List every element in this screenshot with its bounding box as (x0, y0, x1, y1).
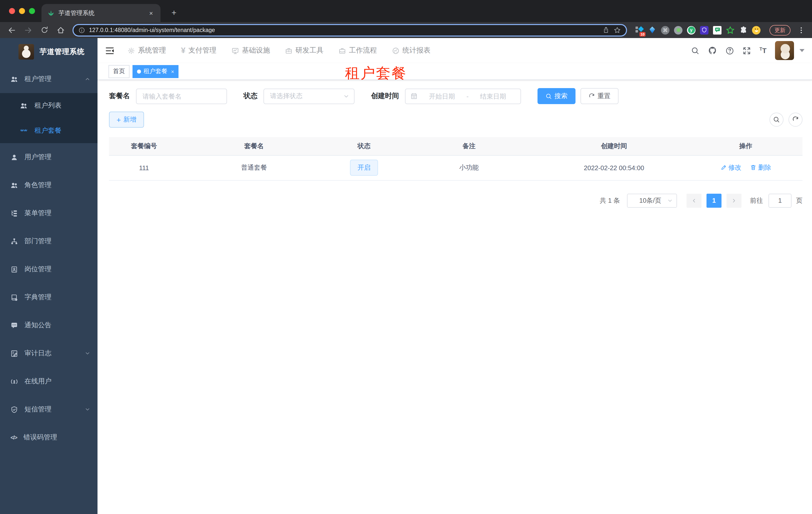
share-icon[interactable] (603, 27, 609, 33)
col-header-actions: 操作 (689, 137, 803, 155)
package-name-input[interactable] (136, 88, 227, 104)
cell-package-name: 普通套餐 (179, 155, 329, 180)
header-search-icon[interactable] (691, 46, 699, 55)
field-package-name: 套餐名 (109, 88, 227, 104)
sidebar-item-department-management[interactable]: 部门管理 (0, 227, 97, 255)
extension-star-icon[interactable] (726, 26, 734, 34)
online-user-icon (10, 378, 18, 385)
new-tab-button[interactable]: + (168, 7, 180, 22)
address-bar[interactable]: 127.0.0.1:48080/admin-ui/system/tenant/p… (72, 24, 627, 36)
top-nav-infrastructure[interactable]: 基础设施 (232, 46, 270, 55)
bookmark-star-icon[interactable] (613, 26, 621, 34)
app-header: 系统管理 ¥ 支付管理 基础设施 研发工具 (97, 38, 812, 63)
github-icon[interactable] (708, 46, 717, 55)
delete-link[interactable]: 删除 (750, 163, 771, 172)
add-button[interactable]: + 新增 (109, 112, 144, 128)
end-date-input[interactable] (470, 92, 516, 100)
date-range-picker[interactable]: - (405, 88, 521, 104)
window-close-button[interactable] (9, 8, 15, 14)
start-date-input[interactable] (419, 92, 464, 100)
browser-tab[interactable]: 芋道管理系统 × (41, 4, 161, 22)
search-icon (546, 93, 552, 99)
chevron-down-icon (343, 93, 349, 99)
gear-icon (127, 47, 135, 54)
extensions-area: 10 ⌘ y (635, 26, 760, 34)
header-actions: TT (691, 41, 805, 60)
extension-yuque-icon[interactable]: y (687, 26, 696, 34)
top-nav-workflow[interactable]: 工作流程 (339, 46, 377, 55)
status-open-toggle[interactable]: 开启 (350, 160, 378, 176)
app-shell: 芋道管理系统 租户管理 租户列表 租户套餐 用户管理 (0, 38, 812, 514)
browser-back-button[interactable] (5, 26, 19, 34)
refresh-icon (792, 116, 799, 123)
sidebar-collapse-icon[interactable] (103, 43, 119, 58)
refresh-table-button[interactable] (788, 113, 803, 127)
browser-reload-button[interactable] (38, 26, 51, 34)
extension-kite-icon[interactable] (648, 26, 657, 34)
sidebar-item-tenant-package[interactable]: 租户套餐 (0, 118, 97, 143)
page-content: 套餐名 状态 请选择状态 创建时间 (97, 80, 812, 208)
user-avatar[interactable] (775, 41, 794, 60)
tag-tenant-package[interactable]: 租户套餐 × (133, 65, 179, 78)
goto-page-input[interactable] (768, 193, 791, 208)
sidebar-item-error-code[interactable]: </> 错误码管理 (0, 424, 97, 452)
date-separator: - (466, 92, 469, 100)
sidebar-item-audit-log[interactable]: 审计日志 (0, 339, 97, 367)
id-badge-icon (10, 266, 18, 273)
top-nav-dev-tools[interactable]: 研发工具 (285, 46, 323, 55)
chevron-right-icon (731, 197, 737, 204)
status-select[interactable]: 请选择状态 (263, 88, 354, 104)
package-table: 套餐编号 套餐名 状态 备注 创建时间 操作 111 普通套餐 (109, 137, 803, 181)
tab-close-button[interactable]: × (147, 8, 155, 18)
sidebar-item-tenant-management[interactable]: 租户管理 (0, 65, 97, 93)
sidebar-item-online-users[interactable]: 在线用户 (0, 367, 97, 396)
extension-command-icon[interactable]: ⌘ (661, 26, 669, 34)
window-minimize-button[interactable] (19, 8, 25, 14)
browser-forward-button[interactable] (22, 26, 35, 34)
sidebar-item-user-management[interactable]: 用户管理 (0, 143, 97, 171)
sidebar-item-post-management[interactable]: 岗位管理 (0, 255, 97, 283)
top-nav-system[interactable]: 系统管理 (127, 46, 166, 55)
page-size-select[interactable]: 10条/页 (627, 193, 677, 208)
help-question-icon[interactable] (725, 46, 734, 55)
tag-close-icon[interactable]: × (170, 68, 174, 74)
top-nav-payment[interactable]: ¥ 支付管理 (181, 46, 216, 55)
extension-recorder-icon[interactable] (674, 26, 683, 34)
extension-chat-icon[interactable] (713, 26, 722, 34)
sidebar-item-sms-management[interactable]: 短信管理 (0, 396, 97, 424)
url-text[interactable]: 127.0.0.1:48080/admin-ui/system/tenant/p… (89, 27, 599, 33)
sidebar-item-role-management[interactable]: 角色管理 (0, 171, 97, 199)
avatar-caret-down-icon[interactable] (800, 49, 805, 52)
sidebar-item-menu-management[interactable]: 菜单管理 (0, 199, 97, 227)
show-search-button[interactable] (770, 113, 783, 127)
top-nav-statistics[interactable]: 统计报表 (392, 46, 431, 55)
edit-link[interactable]: 修改 (720, 163, 741, 172)
chrome-update-button[interactable]: 更新 (770, 25, 790, 35)
page-number-1[interactable]: 1 (706, 193, 722, 208)
sidebar-item-notice[interactable]: 通知公告 (0, 311, 97, 339)
cell-status: 开启 (329, 155, 399, 180)
fullscreen-icon[interactable] (743, 46, 751, 55)
browser-menu-icon[interactable] (795, 26, 807, 34)
col-header-created: 创建时间 (539, 137, 689, 155)
font-size-icon[interactable]: TT (759, 47, 766, 55)
yen-icon: ¥ (181, 46, 185, 55)
reset-button[interactable]: 重置 (580, 88, 618, 104)
extension-emoji-icon[interactable] (752, 26, 760, 34)
extension-tabs-icon[interactable]: 10 (635, 26, 643, 34)
cell-actions: 修改 删除 (689, 155, 803, 180)
prev-page-button[interactable] (687, 193, 701, 208)
window-zoom-button[interactable] (29, 8, 35, 14)
next-page-button[interactable] (726, 193, 742, 208)
sidebar-item-dict-management[interactable]: 字典管理 (0, 283, 97, 311)
extension-shield-icon[interactable] (700, 26, 708, 34)
chevron-down-icon (667, 197, 673, 204)
status-label: 状态 (243, 91, 258, 101)
browser-home-button[interactable] (54, 26, 67, 34)
search-button[interactable]: 搜索 (538, 88, 576, 104)
site-info-icon[interactable] (79, 27, 85, 33)
extensions-puzzle-icon[interactable] (739, 26, 748, 34)
sidebar-item-tenant-list[interactable]: 租户列表 (0, 93, 97, 118)
sidebar-logo[interactable]: 芋道管理系统 (0, 38, 97, 65)
tag-home[interactable]: 首页 (109, 65, 129, 78)
